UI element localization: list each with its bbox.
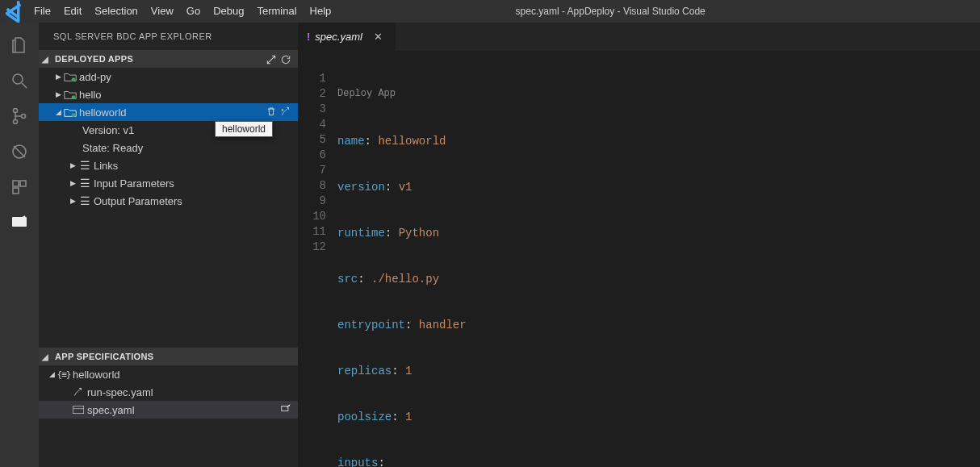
menu-bar: File Edit Selection View Go Debug Termin… (0, 0, 980, 23)
chevron-right-icon: ▶ (53, 90, 63, 98)
panel-header-specs[interactable]: ◢ APP SPECIFICATIONS (39, 348, 298, 365)
chevron-right-icon: ▶ (68, 197, 77, 205)
editor-area: ! spec.yaml ✕ 1 2 3 4 5 6 7 8 9 10 11 12 (299, 23, 980, 467)
app-folder-icon (63, 107, 77, 118)
editor-tab[interactable]: ! spec.yaml ✕ (299, 23, 396, 51)
codelens-deploy[interactable]: Deploy App (337, 86, 980, 102)
deploy-icon[interactable] (280, 403, 291, 417)
activity-files-icon[interactable] (0, 27, 39, 63)
spec-file[interactable]: run-spec.yaml (39, 383, 298, 401)
panel-title: DEPLOYED APPS (55, 54, 133, 64)
chevron-down-icon: ◢ (53, 108, 63, 116)
menu-edit[interactable]: Edit (57, 0, 88, 23)
chevron-down-icon: ◢ (47, 370, 57, 378)
menu-go[interactable]: Go (180, 0, 207, 23)
menu-help[interactable]: Help (304, 0, 338, 23)
activity-search-icon[interactable] (0, 63, 39, 98)
app-links[interactable]: ▶ ☰ Links (39, 156, 298, 174)
delete-icon[interactable] (266, 106, 277, 119)
chevron-down-icon: ◢ (42, 352, 53, 361)
app-label: helloworld (79, 106, 127, 119)
app-input-params[interactable]: ▶ ☰ Input Parameters (39, 174, 298, 192)
activity-extensions-icon[interactable] (0, 169, 39, 205)
app-label: add-py (79, 71, 111, 83)
activity-debug-icon[interactable] (0, 134, 39, 169)
yaml-lang-icon: ! (307, 31, 310, 43)
sidebar-title: SQL SERVER BDC APP EXPLORER (39, 23, 298, 50)
tooltip: helloworld (215, 121, 273, 137)
deployed-apps-tree: ▶ add-py ▶ hello (39, 68, 298, 210)
svg-point-1 (14, 109, 18, 113)
app-output-params[interactable]: ▶ ☰ Output Parameters (39, 192, 298, 210)
activity-bar (0, 23, 39, 467)
menu-terminal[interactable]: Terminal (250, 0, 303, 23)
svg-rect-7 (13, 188, 19, 194)
panel-deployed-apps: ◢ DEPLOYED APPS ▶ add-py (39, 50, 298, 348)
yaml-file-icon (71, 404, 86, 415)
svg-point-10 (72, 95, 76, 99)
svg-point-9 (72, 77, 76, 81)
spec-file-selected[interactable]: spec.yaml (39, 401, 298, 419)
svg-point-0 (13, 74, 23, 84)
line-gutter: 1 2 3 4 5 6 7 8 9 10 11 12 (299, 56, 337, 467)
menu-selection[interactable]: Selection (88, 0, 144, 23)
run-sparkle-icon[interactable] (280, 106, 291, 119)
chevron-down-icon: ◢ (42, 55, 53, 64)
panel-title: APP SPECIFICATIONS (55, 352, 153, 361)
connect-icon[interactable] (264, 52, 279, 65)
list-icon: ☰ (77, 177, 92, 189)
window-title: spec.yaml - AppDeploy - Visual Studio Co… (337, 6, 980, 17)
svg-rect-12 (73, 406, 83, 413)
code-editor[interactable]: Deploy App name: helloworld version: v1 … (337, 56, 980, 467)
menu-items: File Edit Selection View Go Debug Termin… (27, 0, 337, 23)
svg-rect-5 (13, 181, 19, 186)
close-icon[interactable]: ✕ (372, 31, 385, 43)
app-folder-icon (63, 90, 77, 100)
chevron-right-icon: ▶ (53, 73, 63, 81)
specs-tree: ◢ {≡} helloworld run-spec.yaml s (39, 365, 298, 467)
svg-point-2 (14, 120, 18, 124)
svg-point-3 (22, 115, 26, 119)
app-label: hello (79, 89, 101, 101)
panel-header-deployed[interactable]: ◢ DEPLOYED APPS (39, 50, 298, 68)
refresh-icon[interactable] (279, 52, 293, 65)
list-icon: ☰ (77, 160, 92, 171)
sidebar: SQL SERVER BDC APP EXPLORER ◢ DEPLOYED A… (39, 23, 299, 467)
vscode-logo-icon (0, 0, 27, 25)
spec-folder[interactable]: ◢ {≡} helloworld (39, 365, 298, 383)
menu-debug[interactable]: Debug (207, 0, 250, 23)
braces-icon: {≡} (57, 369, 71, 380)
menu-file[interactable]: File (27, 0, 57, 23)
list-icon: ☰ (77, 195, 92, 206)
activity-app-deploy-icon[interactable] (0, 205, 39, 240)
app-folder-icon (63, 72, 77, 82)
app-detail-state: State: Ready (39, 139, 298, 156)
chevron-right-icon: ▶ (68, 161, 77, 169)
app-item[interactable]: ▶ add-py (39, 68, 298, 85)
menu-view[interactable]: View (144, 0, 180, 23)
app-item[interactable]: ▶ hello (39, 85, 298, 103)
tab-label: spec.yaml (315, 31, 362, 43)
svg-point-11 (72, 113, 76, 117)
run-spec-icon (71, 386, 86, 398)
panel-app-specifications: ◢ APP SPECIFICATIONS ◢ {≡} helloworld ru… (39, 348, 298, 467)
editor-tabs: ! spec.yaml ✕ (299, 23, 980, 51)
app-item-selected[interactable]: ◢ helloworld helloworld (39, 103, 298, 121)
svg-rect-6 (20, 181, 26, 186)
activity-source-control-icon[interactable] (0, 98, 39, 134)
chevron-right-icon: ▶ (68, 179, 77, 187)
